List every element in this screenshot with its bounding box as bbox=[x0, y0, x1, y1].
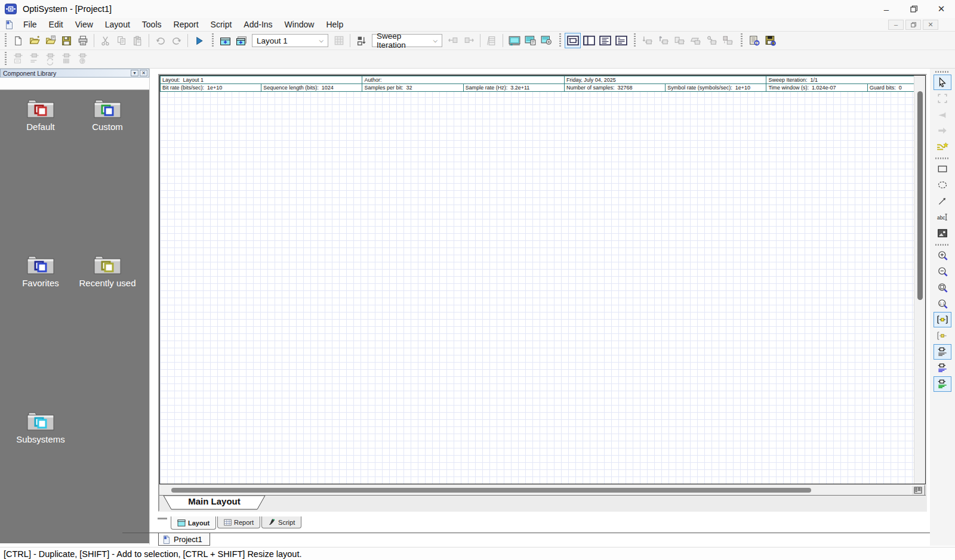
import-file-button[interactable] bbox=[42, 33, 58, 48]
tab-report[interactable]: Report bbox=[217, 516, 260, 528]
parameter-table-button[interactable] bbox=[483, 33, 500, 48]
text-tool[interactable]: abc bbox=[934, 209, 951, 225]
menu-edit[interactable]: Edit bbox=[43, 18, 69, 30]
horizontal-scrollbar-thumb[interactable] bbox=[171, 488, 811, 493]
add-component-button[interactable] bbox=[655, 33, 671, 48]
minimize-button[interactable]: – bbox=[873, 0, 900, 18]
menu-report[interactable]: Report bbox=[168, 18, 205, 30]
table-view-button[interactable] bbox=[911, 485, 925, 496]
view-list-button[interactable] bbox=[597, 33, 613, 48]
panel-menu-button[interactable]: ▾ bbox=[131, 70, 138, 76]
toolbar-grip[interactable] bbox=[5, 52, 7, 66]
paste-button[interactable] bbox=[130, 33, 146, 48]
view-single-button[interactable] bbox=[565, 33, 581, 48]
folder-default[interactable]: Default bbox=[10, 98, 72, 231]
mdi-restore-button[interactable] bbox=[905, 20, 921, 30]
undo-button[interactable] bbox=[152, 33, 168, 48]
menu-tools[interactable]: Tools bbox=[136, 18, 168, 30]
component-label-toggle[interactable] bbox=[10, 51, 26, 67]
calculation-grid-button[interactable] bbox=[331, 33, 347, 48]
cut-button[interactable] bbox=[97, 33, 113, 48]
menu-window[interactable]: Window bbox=[279, 18, 321, 30]
region-select-tool[interactable] bbox=[934, 91, 951, 106]
sweep-mode-select[interactable]: Sweep Iteration ⌵ bbox=[372, 34, 442, 47]
sweep-marker-tool[interactable] bbox=[934, 107, 951, 122]
edit-component-button[interactable] bbox=[671, 33, 688, 48]
auto-connect-tool[interactable] bbox=[934, 139, 951, 154]
snap-to-grid-tool[interactable] bbox=[934, 376, 951, 392]
folder-custom[interactable]: Custom bbox=[76, 98, 138, 231]
toolbar-grip[interactable] bbox=[741, 33, 743, 48]
view-split-button[interactable] bbox=[581, 33, 597, 48]
main-layout-tab[interactable]: Main Layout bbox=[163, 496, 266, 510]
new-layout-button[interactable] bbox=[217, 33, 233, 48]
next-sweep-button[interactable] bbox=[461, 33, 477, 48]
menu-help[interactable]: Help bbox=[320, 18, 349, 30]
calculation-report-button[interactable] bbox=[746, 33, 762, 48]
fit-horizontal-tool[interactable] bbox=[934, 312, 951, 327]
folder-favorites[interactable]: Favorites bbox=[10, 255, 72, 387]
mdi-close-button[interactable]: ✕ bbox=[923, 20, 938, 30]
line-tool[interactable] bbox=[934, 193, 951, 209]
open-component-folder-button[interactable] bbox=[688, 33, 704, 48]
view-outline-button[interactable] bbox=[613, 33, 629, 48]
menu-view[interactable]: View bbox=[69, 18, 99, 30]
component-library-pane-button[interactable] bbox=[506, 33, 522, 48]
menu-layout[interactable]: Layout bbox=[99, 18, 136, 30]
rectangle-tool[interactable] bbox=[934, 161, 951, 177]
zoom-out-tool[interactable] bbox=[934, 264, 951, 279]
tab-layout[interactable]: Layout bbox=[171, 516, 216, 530]
tab-script[interactable]: Script bbox=[261, 516, 301, 528]
vertical-scrollbar[interactable] bbox=[914, 76, 925, 484]
menu-addins[interactable]: Add-Ins bbox=[238, 18, 278, 30]
save-file-button[interactable] bbox=[58, 33, 75, 48]
align-guides-tool[interactable] bbox=[934, 360, 951, 376]
select-tool[interactable] bbox=[934, 75, 951, 90]
previous-sweep-button[interactable] bbox=[445, 33, 461, 48]
ellipse-tool[interactable] bbox=[934, 177, 951, 193]
project1-tab[interactable]: Project1 bbox=[158, 533, 210, 546]
layout-select[interactable]: Layout 1 ⌵ bbox=[252, 34, 328, 47]
toolbar-grip[interactable] bbox=[634, 33, 636, 48]
zoom-page-tool[interactable] bbox=[934, 280, 951, 295]
new-file-button[interactable] bbox=[10, 33, 26, 48]
print-button[interactable] bbox=[75, 33, 91, 48]
duplicate-layout-button[interactable] bbox=[233, 33, 249, 48]
vertical-scrollbar-thumb[interactable] bbox=[917, 91, 923, 300]
layout-canvas[interactable]: Layout: Layout 1 Author: Friday, July 04… bbox=[160, 76, 914, 484]
tab-scroller[interactable] bbox=[158, 518, 167, 519]
sweep-order-button[interactable] bbox=[353, 33, 369, 48]
restore-button[interactable] bbox=[900, 0, 928, 18]
component-refresh-toggle[interactable] bbox=[42, 51, 58, 67]
component-parameters-toggle[interactable] bbox=[26, 51, 42, 67]
component-password-button[interactable] bbox=[704, 33, 720, 48]
panel-close-button[interactable]: ✕ bbox=[140, 70, 147, 76]
component-grid-toggle[interactable] bbox=[58, 51, 75, 67]
folder-recently-used[interactable]: Recently used bbox=[76, 255, 138, 387]
fit-vertical-tool[interactable] bbox=[934, 328, 951, 344]
component-library-header[interactable]: Component Library ▾ ✕ bbox=[0, 69, 149, 78]
copy-button[interactable] bbox=[113, 33, 130, 48]
toolbar-grip[interactable] bbox=[5, 33, 7, 48]
zoom-actual-tool[interactable]: 1:1 bbox=[934, 296, 951, 311]
save-results-button[interactable] bbox=[762, 33, 778, 48]
menu-file[interactable]: File bbox=[17, 18, 43, 30]
component-help-toggle[interactable]: ? bbox=[75, 51, 91, 67]
align-components-tool[interactable] bbox=[934, 344, 951, 360]
open-file-button[interactable] bbox=[26, 33, 42, 48]
arrow-tool[interactable] bbox=[934, 123, 951, 138]
mdi-minimize-button[interactable]: – bbox=[888, 20, 904, 30]
close-button[interactable]: ✕ bbox=[928, 0, 955, 18]
toolbar-grip[interactable] bbox=[212, 33, 214, 48]
zoom-in-tool[interactable] bbox=[934, 247, 951, 263]
horizontal-scrollbar[interactable] bbox=[159, 485, 911, 496]
download-components-button[interactable] bbox=[639, 33, 655, 48]
component-library-filter[interactable] bbox=[0, 78, 149, 90]
palette-grip[interactable] bbox=[935, 71, 950, 73]
redo-button[interactable] bbox=[168, 33, 184, 48]
image-tool[interactable] bbox=[934, 225, 951, 241]
report-component-button[interactable] bbox=[720, 33, 736, 48]
description-pane-button[interactable] bbox=[538, 33, 554, 48]
folder-subsystems[interactable]: Subsystems bbox=[10, 411, 72, 543]
menu-script[interactable]: Script bbox=[205, 18, 238, 30]
